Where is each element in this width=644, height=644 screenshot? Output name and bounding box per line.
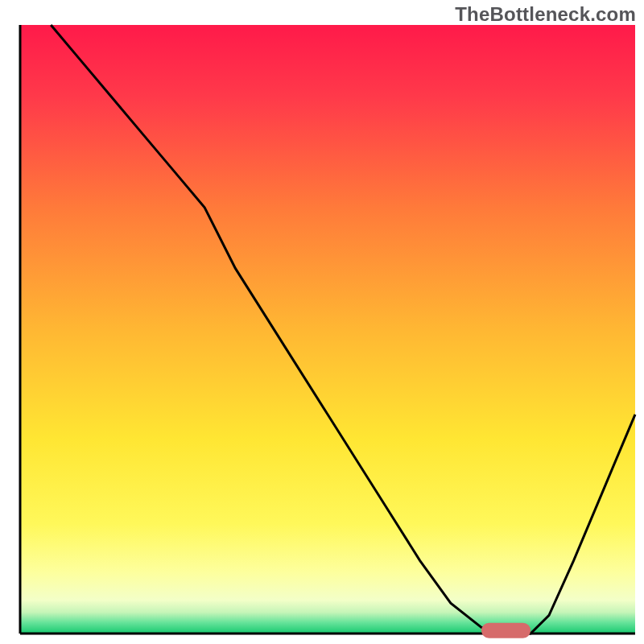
- optimal-marker: [481, 623, 530, 638]
- chart-svg: [0, 0, 644, 644]
- plot-background: [20, 25, 635, 634]
- bottleneck-chart: TheBottleneck.com: [0, 0, 644, 644]
